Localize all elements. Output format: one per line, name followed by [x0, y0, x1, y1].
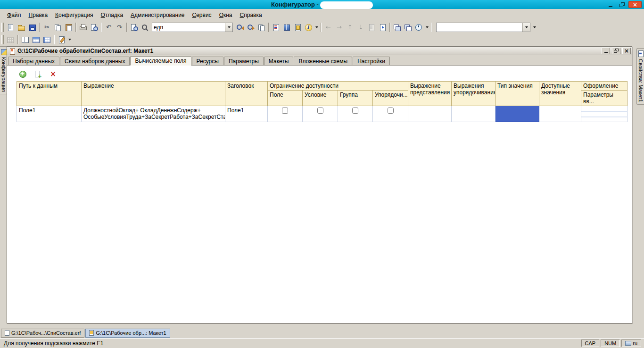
header-presentation-expression: Выражение представления: [408, 82, 452, 106]
cut-button[interactable]: [41, 22, 52, 33]
cell-data-path[interactable]: Поле1: [17, 106, 82, 122]
tab-data-set-links[interactable]: Связи наборов данных: [60, 57, 130, 65]
cell-availability-field[interactable]: [268, 106, 303, 122]
search-input[interactable]: [152, 23, 225, 32]
order-checkbox[interactable]: [388, 108, 394, 114]
cell-expression[interactable]: ДолжностнойОклад+ ОкладДенежнСодерж+ Осо…: [82, 106, 225, 122]
context-input[interactable]: [437, 23, 522, 32]
search-dropdown-button[interactable]: [225, 23, 232, 32]
tab-layouts[interactable]: Макеты: [264, 57, 294, 65]
tab-resources[interactable]: Ресурсы: [192, 57, 223, 65]
cell-appearance-params[interactable]: [581, 106, 627, 122]
mdi-titlebar[interactable]: G:\1C\Рабочие обработки\СпиСостав.erf: М…: [7, 47, 632, 55]
timer-dropdown-button[interactable]: [424, 23, 429, 32]
toolbar-separator: [431, 23, 432, 32]
tab-data-sets[interactable]: Наборы данных: [8, 57, 59, 65]
cell-available-values[interactable]: [539, 106, 581, 122]
info-dropdown-button[interactable]: [314, 23, 319, 32]
windows-list-button[interactable]: [392, 22, 403, 33]
cell-value-type-selected[interactable]: [495, 106, 539, 122]
tab-nested-schemas[interactable]: Вложенные схемы: [294, 57, 352, 65]
find-in-files-button[interactable]: [256, 22, 267, 33]
goto-line-button[interactable]: [377, 22, 388, 33]
table-settings-button[interactable]: [31, 34, 41, 45]
syntax-check-button[interactable]: [271, 22, 281, 33]
menu-debug[interactable]: Отладка: [98, 10, 126, 20]
print-preview-button[interactable]: [89, 22, 99, 33]
cell-presentation-expression[interactable]: [408, 106, 452, 122]
find-previous-button[interactable]: [234, 22, 245, 33]
group-checkbox[interactable]: [352, 108, 358, 114]
status-message: Для получения подсказки нажмите F1: [4, 340, 580, 347]
undo-icon: [105, 24, 113, 31]
cell-ordering-expressions[interactable]: [452, 106, 495, 122]
undo-button[interactable]: [103, 22, 114, 33]
mdi-window: G:\1C\Рабочие обработки\СпиСостав.erf: М…: [7, 46, 632, 323]
context-combobox[interactable]: [436, 23, 530, 32]
menu-service[interactable]: Сервис: [189, 10, 215, 20]
new-file-button[interactable]: [5, 22, 16, 33]
info-button[interactable]: [303, 22, 314, 33]
toolbar-separator: [17, 35, 18, 44]
cell-availability-condition[interactable]: [303, 106, 338, 122]
field-checkbox[interactable]: [282, 108, 288, 114]
zoom-button[interactable]: [140, 22, 150, 33]
split-window-button[interactable]: [403, 22, 413, 33]
copy-field-button[interactable]: [33, 69, 43, 79]
menu-windows[interactable]: Окна: [216, 10, 236, 20]
keyboard-language-indicator[interactable]: ru: [621, 340, 641, 347]
find-in-document-icon: [130, 24, 138, 31]
restore-button[interactable]: [617, 1, 627, 8]
frames-button[interactable]: [20, 34, 31, 45]
find-next-button[interactable]: [245, 22, 256, 33]
window-tab-spisostav[interactable]: G:\1C\Рабоч...\СпиСостав.erf: [1, 329, 84, 338]
check-modules-button[interactable]: [281, 22, 292, 33]
header-appearance-params: Параметры вв...: [581, 91, 627, 106]
templates-button[interactable]: [292, 22, 303, 33]
tab-page-calculated-fields: Путь к данным Выражение Заголовок Ограни…: [7, 66, 632, 323]
sidebar-tab-properties[interactable]: Свойства: Макет1: [636, 48, 644, 105]
chevron-down-icon: [315, 26, 318, 28]
copy-button[interactable]: [52, 22, 63, 33]
print-button[interactable]: [78, 22, 89, 33]
titlebar: Конфигуратор -: [0, 0, 644, 9]
menu-help[interactable]: Справка: [237, 10, 265, 20]
add-field-button[interactable]: [17, 69, 28, 79]
tab-parameters[interactable]: Параметры: [224, 57, 264, 65]
delete-field-button[interactable]: [48, 69, 58, 79]
redo-button[interactable]: [114, 22, 125, 33]
configuration-tab-label: Конфигурация: [1, 57, 7, 92]
toolbar-overflow-button[interactable]: [532, 23, 537, 32]
minimize-button[interactable]: [606, 1, 615, 8]
cell-availability-group[interactable]: [338, 106, 373, 122]
mdi-minimize-button[interactable]: [602, 48, 610, 54]
timer-button[interactable]: [413, 22, 424, 33]
find-in-files-icon: [257, 24, 265, 31]
condition-checkbox[interactable]: [317, 108, 323, 114]
table-view-button[interactable]: [41, 34, 52, 45]
check-document-button[interactable]: [56, 34, 67, 45]
menu-edit[interactable]: Правка: [25, 10, 51, 20]
mdi-restore-button[interactable]: [612, 48, 620, 54]
toolbar-separator: [321, 23, 322, 32]
close-button[interactable]: [628, 1, 642, 8]
language-label: ru: [633, 340, 637, 346]
check-document-dropdown-button[interactable]: [67, 35, 72, 44]
window-tab-maket1-active[interactable]: G:\1C\Рабочие обр...: Макет1: [85, 329, 170, 338]
configurator-window: Конфигуратор - Файл Правка Конфигурация …: [0, 0, 644, 348]
search-combobox[interactable]: [152, 23, 233, 32]
tab-settings[interactable]: Настройки: [353, 57, 390, 65]
mdi-close-button[interactable]: [622, 48, 631, 54]
menu-configuration[interactable]: Конфигурация: [52, 10, 97, 20]
context-dropdown-button[interactable]: [522, 23, 530, 32]
cell-title[interactable]: Поле1: [225, 106, 268, 122]
cell-availability-order[interactable]: [373, 106, 408, 122]
open-file-button[interactable]: [16, 22, 27, 33]
find-button[interactable]: [129, 22, 140, 33]
paste-button[interactable]: [63, 22, 74, 33]
save-button[interactable]: [27, 22, 38, 33]
tab-calculated-fields[interactable]: Вычисляемые поля: [130, 56, 191, 66]
menu-file[interactable]: Файл: [4, 10, 25, 20]
find-next-icon: [247, 24, 255, 31]
menu-administration[interactable]: Администрирование: [127, 10, 188, 20]
